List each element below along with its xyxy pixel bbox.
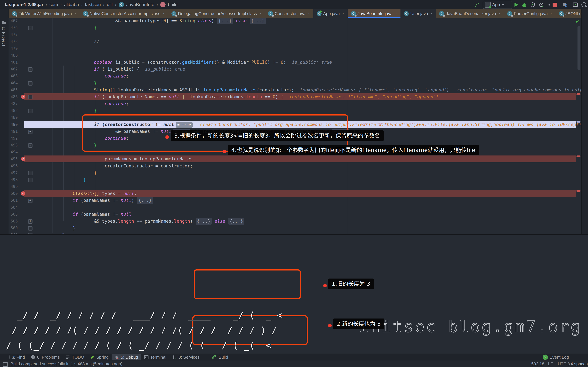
tab-close-icon[interactable]: × bbox=[550, 11, 552, 16]
line-number[interactable]: 496 bbox=[9, 163, 18, 169]
line-number[interactable]: 494 bbox=[9, 149, 18, 156]
stop-icon[interactable] bbox=[552, 2, 558, 8]
file-encoding[interactable]: UTF-8 bbox=[558, 361, 570, 367]
breadcrumb-item[interactable]: util bbox=[107, 2, 113, 7]
line-number[interactable]: 506 bbox=[9, 218, 18, 225]
fold-marker-icon[interactable]: − bbox=[28, 109, 33, 113]
line-number[interactable]: 480 bbox=[9, 52, 18, 59]
tab-close-icon[interactable]: × bbox=[342, 11, 344, 16]
breadcrumb-item[interactable]: alibaba bbox=[64, 2, 79, 7]
editor-tab[interactable]: CJavaBeanInfo.java× bbox=[348, 9, 400, 18]
breadcrumb-item[interactable]: build bbox=[168, 2, 178, 7]
fold-marker-icon[interactable]: + bbox=[28, 219, 33, 224]
line-number[interactable]: 489 bbox=[9, 114, 18, 121]
tab-close-icon[interactable]: × bbox=[430, 11, 433, 16]
line-number[interactable]: 478 bbox=[9, 38, 18, 45]
toolwindow-button-find[interactable]: 3: Find bbox=[7, 354, 28, 360]
tool-window-toggle-icon[interactable] bbox=[3, 362, 8, 367]
toolwindow-button-debug[interactable]: 5: Debug bbox=[112, 354, 141, 360]
line-number[interactable]: 486 bbox=[9, 93, 18, 100]
line-number[interactable]: 504 bbox=[9, 204, 18, 211]
toolwindow-button-todo[interactable]: TODO bbox=[63, 354, 87, 360]
sidebar-item-project[interactable]: 1: Project bbox=[1, 26, 6, 46]
error-stripe-mark[interactable] bbox=[577, 190, 580, 192]
breakpoint-icon[interactable]: ✔ bbox=[21, 157, 25, 161]
editor-tab[interactable]: CConstructor.java× bbox=[265, 9, 313, 18]
search-icon[interactable] bbox=[581, 2, 587, 8]
line-number[interactable]: 560 bbox=[9, 225, 18, 232]
editor-tab[interactable]: CDelegatingConstructorAccessorImpl.class… bbox=[168, 9, 265, 18]
editor-tab[interactable]: CApp.java× bbox=[313, 9, 348, 18]
fold-marker-icon[interactable]: − bbox=[28, 26, 33, 30]
toolwindow-button-spring[interactable]: Spring bbox=[87, 354, 112, 360]
breakpoint-icon[interactable]: ✔ bbox=[21, 191, 25, 196]
editor-tab[interactable]: CUser.java× bbox=[400, 9, 436, 18]
run-config-selector[interactable]: App bbox=[483, 1, 512, 9]
editor-scrollbar[interactable] bbox=[578, 26, 580, 70]
breadcrumb-item[interactable]: com bbox=[49, 2, 58, 7]
line-number[interactable]: 561 bbox=[9, 232, 18, 234]
indent-setting[interactable]: 4 spaces bbox=[571, 361, 588, 367]
fold-marker-icon[interactable]: − bbox=[28, 95, 33, 99]
run-window-icon[interactable] bbox=[572, 2, 579, 8]
line-ending[interactable]: LF bbox=[548, 361, 553, 367]
error-stripe-mark[interactable] bbox=[577, 93, 580, 95]
line-number[interactable]: 498 bbox=[9, 176, 18, 183]
folded-code-chip[interactable]: {...} bbox=[228, 218, 244, 225]
breadcrumb[interactable]: fastjson-1.2.68.jar›com›alibaba›fastjson… bbox=[5, 0, 178, 9]
editor-tab[interactable]: CNativeConstructorAccessorImpl.class× bbox=[80, 9, 168, 18]
caret-position[interactable]: 503:18 bbox=[531, 361, 544, 367]
fold-marker-icon[interactable]: − bbox=[28, 226, 33, 231]
coverage-icon[interactable] bbox=[530, 2, 536, 8]
folded-code-chip[interactable]: {...} bbox=[137, 197, 153, 204]
line-number[interactable]: 497 bbox=[9, 169, 18, 176]
breadcrumb-item[interactable]: fastjson bbox=[85, 2, 101, 7]
debug-icon[interactable] bbox=[521, 2, 527, 8]
editor-tab[interactable]: CJavaBeanDeserializer.java× bbox=[436, 9, 504, 18]
profiler-icon[interactable] bbox=[538, 2, 545, 8]
line-number[interactable]: 491 bbox=[9, 128, 18, 135]
folded-code-chip[interactable]: {...} bbox=[217, 18, 233, 24]
editor-tab[interactable]: CParserConfig.java× bbox=[504, 9, 556, 18]
run-icon[interactable] bbox=[513, 2, 519, 8]
line-number[interactable]: 477 bbox=[9, 31, 18, 38]
line-number[interactable]: 485 bbox=[9, 86, 18, 93]
tab-close-icon[interactable]: × bbox=[163, 11, 165, 16]
fold-marker-icon[interactable]: − bbox=[28, 81, 33, 85]
breadcrumb-item[interactable]: fastjson-1.2.68.jar bbox=[5, 2, 43, 7]
code-editor[interactable]: 467&& parameterTypes[0] == String.class)… bbox=[9, 18, 581, 234]
event-log-button[interactable]: 2Event Log bbox=[540, 354, 572, 360]
line-number[interactable]: 467 bbox=[9, 18, 18, 24]
line-number[interactable]: 501 bbox=[9, 197, 18, 204]
line-number[interactable]: 482 bbox=[9, 66, 18, 73]
line-number[interactable]: 505 bbox=[9, 211, 18, 218]
line-number[interactable]: 476 bbox=[9, 24, 18, 31]
fold-marker-icon[interactable]: − bbox=[28, 130, 33, 134]
fold-marker-icon[interactable]: − bbox=[28, 233, 33, 234]
toolwindow-button-services[interactable]: 8: Services bbox=[169, 354, 203, 360]
line-number[interactable]: 481 bbox=[9, 59, 18, 66]
editor-tab[interactable]: CFileWriterWithEncoding.java× bbox=[9, 9, 80, 18]
build-hammer-icon[interactable] bbox=[474, 2, 480, 8]
tab-close-icon[interactable]: × bbox=[395, 11, 397, 16]
breadcrumb-item[interactable]: JavaBeanInfo bbox=[126, 2, 154, 7]
line-number[interactable]: 492 bbox=[9, 135, 18, 142]
error-stripe-mark[interactable] bbox=[577, 121, 580, 123]
line-number[interactable]: 500 bbox=[9, 190, 18, 197]
tab-close-icon[interactable]: × bbox=[308, 11, 310, 16]
line-number[interactable]: 483 bbox=[9, 73, 18, 79]
breakpoint-icon[interactable]: ✔ bbox=[21, 95, 25, 99]
line-number[interactable]: 495 bbox=[9, 156, 18, 162]
structure-icon[interactable] bbox=[562, 2, 568, 8]
folded-code-chip[interactable]: {...} bbox=[196, 218, 212, 225]
fold-marker-icon[interactable]: − bbox=[28, 171, 33, 175]
fold-marker-icon[interactable]: − bbox=[28, 143, 33, 148]
fold-marker-icon[interactable]: − bbox=[28, 67, 33, 72]
line-number[interactable]: 493 bbox=[9, 142, 18, 149]
line-number[interactable]: 490 bbox=[9, 121, 18, 128]
fold-marker-icon[interactable]: + bbox=[28, 199, 33, 203]
folded-code-chip[interactable]: {...} bbox=[250, 18, 266, 24]
fold-marker-icon[interactable]: − bbox=[28, 178, 33, 182]
tab-close-icon[interactable]: × bbox=[498, 11, 501, 16]
toolwindow-button-build[interactable]: Build bbox=[208, 354, 231, 360]
